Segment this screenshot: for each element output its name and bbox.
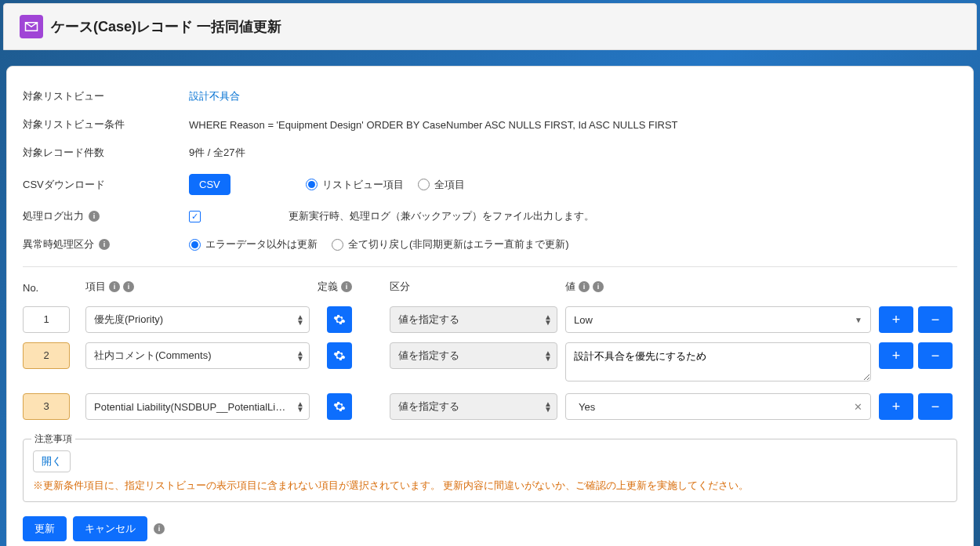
notice-text: ※更新条件項目に、指定リストビューの表示項目に含まれない項目が選択されています。… [33, 479, 947, 494]
row-number: 2 [23, 342, 70, 369]
hdr-type: 区分 [390, 280, 557, 294]
row-log: 処理ログ出力 i ✓ 更新実行時、処理ログ（兼バックアップ）をファイル出力します… [23, 202, 957, 230]
row-number: 3 [23, 393, 70, 420]
link-listview-value[interactable]: 設計不具合 [189, 89, 240, 103]
value-text: Yes [579, 401, 595, 413]
notice-box: 注意事項 開く ※更新条件項目に、指定リストビューの表示項目に含まれない項目が選… [23, 439, 957, 502]
notice-legend: 注意事項 [31, 432, 75, 446]
hdr-value: 値 [565, 280, 575, 294]
type-select-text: 値を指定する [398, 400, 459, 414]
action-row: 更新 キャンセル i [23, 516, 957, 541]
chevron-updown-icon: ▲▼ [544, 350, 552, 361]
hdr-no: No. [23, 282, 78, 294]
value-text: Low [574, 314, 593, 326]
radio-err-rollback[interactable]: 全て切り戻し(非同期更新はエラー直前まで更新) [332, 237, 569, 251]
hdr-field: 項目 [85, 280, 106, 294]
chevron-updown-icon: ▲▼ [544, 401, 552, 412]
label-err: 異常時処理区分 [23, 237, 94, 251]
label-condition: 対象リストビュー条件 [23, 118, 189, 132]
table-row: 3Potential Liability(NSDBUP__PotentialLi… [23, 389, 957, 425]
add-row-button[interactable]: + [879, 306, 913, 333]
radio-csv-listview[interactable]: リストビュー項目 [306, 178, 404, 192]
help-icon[interactable]: i [341, 281, 352, 292]
radio-csv-all[interactable]: 全項目 [418, 178, 465, 192]
value-dropdown[interactable]: Low▼ [565, 306, 871, 333]
csv-button[interactable]: CSV [189, 174, 230, 195]
remove-row-button[interactable]: − [918, 393, 953, 420]
radio-icon [189, 239, 201, 251]
field-select[interactable]: 優先度(Priority)▲▼ [85, 306, 310, 333]
row-number: 1 [23, 306, 70, 333]
gear-button[interactable] [327, 306, 352, 333]
label-log: 処理ログ出力 [23, 209, 84, 223]
row-csv: CSVダウンロード CSV リストビュー項目 全項目 [23, 167, 957, 202]
add-row-button[interactable]: + [879, 393, 913, 420]
remove-row-button[interactable]: − [918, 342, 953, 369]
hdr-def: 定義 [318, 280, 338, 294]
type-select[interactable]: 値を指定する▲▼ [390, 342, 557, 369]
help-icon[interactable]: i [579, 281, 590, 292]
remove-row-button[interactable]: − [918, 306, 953, 333]
radio-icon [306, 179, 318, 190]
cancel-button[interactable]: キャンセル [73, 516, 147, 541]
chevron-updown-icon: ▲▼ [296, 401, 304, 412]
add-row-button[interactable]: + [879, 342, 913, 369]
table-row: 2社内コメント(Comments)▲▼値を指定する▲▼+− [23, 338, 957, 389]
envelope-icon [20, 15, 43, 38]
main-panel: 対象リストビュー 設計不具合 対象リストビュー条件 WHERE Reason =… [6, 66, 974, 546]
label-listview: 対象リストビュー [23, 89, 189, 103]
type-select[interactable]: 値を指定する▲▼ [390, 306, 557, 333]
type-select[interactable]: 値を指定する▲▼ [390, 393, 557, 420]
label-count: 対象レコード件数 [23, 146, 189, 160]
help-icon[interactable]: i [123, 281, 134, 292]
radio-err-continue[interactable]: エラーデータ以外は更新 [189, 237, 318, 251]
page-header: ケース(Case)レコード 一括同値更新 [3, 3, 977, 50]
radio-icon [418, 179, 430, 190]
clear-icon[interactable]: ✕ [854, 401, 862, 413]
type-select-text: 値を指定する [398, 349, 459, 363]
help-icon[interactable]: i [99, 239, 110, 250]
radio-label: 全項目 [434, 178, 465, 192]
page-title: ケース(Case)レコード 一括同値更新 [51, 17, 281, 36]
chevron-down-icon: ▼ [855, 316, 862, 324]
row-err: 異常時処理区分 i エラーデータ以外は更新 全て切り戻し(非同期更新はエラー直前… [23, 230, 957, 259]
log-desc: 更新実行時、処理ログ（兼バックアップ）をファイル出力します。 [289, 209, 594, 223]
field-select-text: Potential Liability(NSDBUP__PotentialLia… [94, 401, 290, 413]
row-condition: 対象リストビュー条件 WHERE Reason = 'Equipment Des… [23, 110, 957, 139]
grid-header: No. 項目 i i 定義 i 区分 値 i i [23, 275, 957, 302]
chevron-updown-icon: ▲▼ [296, 350, 304, 361]
row-count: 対象レコード件数 9件 / 全27件 [23, 139, 957, 167]
gear-button[interactable] [327, 393, 352, 420]
field-select[interactable]: 社内コメント(Comments)▲▼ [85, 342, 310, 369]
value-count: 9件 / 全27件 [189, 146, 957, 160]
field-select-text: 社内コメント(Comments) [94, 349, 212, 363]
help-icon[interactable]: i [89, 211, 100, 222]
update-button[interactable]: 更新 [23, 516, 67, 541]
gear-button[interactable] [327, 342, 352, 369]
value-condition: WHERE Reason = 'Equipment Design' ORDER … [189, 119, 957, 131]
row-listview: 対象リストビュー 設計不具合 [23, 82, 957, 110]
chevron-updown-icon: ▲▼ [544, 314, 552, 325]
value-input[interactable]: Yes✕ [565, 393, 871, 420]
value-textarea[interactable] [565, 342, 871, 381]
radio-label: 全て切り戻し(非同期更新はエラー直前まで更新) [348, 237, 569, 251]
checkbox-log[interactable]: ✓ [189, 211, 201, 222]
radio-label: リストビュー項目 [322, 178, 404, 192]
field-select-text: 優先度(Priority) [94, 313, 163, 327]
chevron-updown-icon: ▲▼ [296, 314, 304, 325]
help-icon[interactable]: i [593, 281, 604, 292]
table-row: 1優先度(Priority)▲▼値を指定する▲▼Low▼+− [23, 302, 957, 338]
radio-icon [332, 239, 343, 251]
field-select[interactable]: Potential Liability(NSDBUP__PotentialLia… [85, 393, 310, 420]
notice-open-button[interactable]: 開く [33, 450, 71, 472]
help-icon[interactable]: i [154, 523, 165, 534]
radio-label: エラーデータ以外は更新 [205, 237, 318, 251]
type-select-text: 値を指定する [398, 313, 459, 327]
help-icon[interactable]: i [109, 281, 120, 292]
label-csv: CSVダウンロード [23, 178, 189, 192]
